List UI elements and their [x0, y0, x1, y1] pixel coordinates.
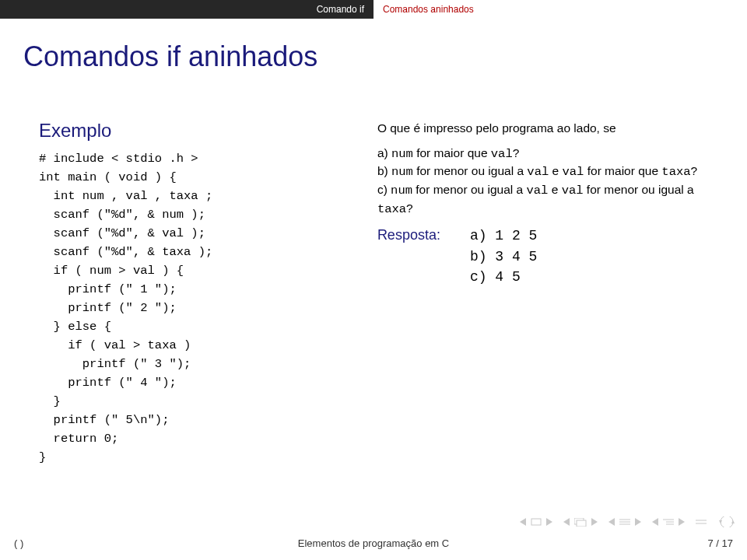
- svg-marker-20: [731, 520, 735, 523]
- svg-marker-12: [652, 518, 658, 526]
- beamer-nav-symbols: [520, 516, 736, 527]
- answer-b: b) 3 4 5: [470, 247, 537, 267]
- svg-marker-11: [635, 518, 641, 526]
- svg-rect-1: [531, 519, 541, 525]
- svg-marker-0: [520, 518, 526, 526]
- answer-c: c) 4 5: [470, 267, 537, 287]
- footer-title: Elementos de programação em C: [298, 537, 449, 549]
- section-tabs: Comando if Comandos aninhados: [0, 0, 747, 19]
- example-heading: Exemplo: [39, 120, 359, 142]
- question-a: a) num for maior que val?: [377, 145, 724, 163]
- answer-a: a) 1 2 5: [470, 226, 537, 246]
- svg-rect-5: [577, 520, 586, 527]
- code-block: # include < stdio .h > int main ( void )…: [39, 149, 359, 467]
- tab-current-section: Comando if: [0, 0, 374, 19]
- nav-slide-icon[interactable]: [520, 518, 552, 526]
- svg-marker-3: [563, 518, 570, 526]
- slide-title: Comandos if aninhados: [0, 19, 747, 73]
- svg-marker-2: [546, 518, 552, 526]
- question-intro: O que é impresso pelo programa ao lado, …: [377, 120, 724, 137]
- tab-current-subsection: Comandos aninhados: [374, 0, 747, 19]
- question-c: c) num for menor ou igual a val e val fo…: [377, 181, 724, 218]
- nav-frame-icon[interactable]: [563, 518, 598, 527]
- nav-appendix-icon[interactable]: [696, 518, 707, 526]
- svg-marker-16: [679, 518, 685, 526]
- svg-marker-6: [591, 518, 598, 526]
- nav-section-icon[interactable]: [608, 518, 641, 526]
- answers-block: Resposta: a) 1 2 5 b) 3 4 5 c) 4 5: [377, 226, 724, 286]
- nav-backforward-icon[interactable]: [717, 516, 736, 527]
- footer-page: 7 / 17: [707, 537, 733, 549]
- nav-subsection-icon[interactable]: [652, 518, 685, 526]
- footer-author: ( ): [14, 537, 23, 549]
- footer: ( ) Elementos de programação em C 7 / 17: [0, 537, 747, 549]
- resposta-label: Resposta:: [377, 226, 440, 245]
- svg-marker-7: [608, 518, 615, 526]
- question-b: b) num for menor ou igual a val e val fo…: [377, 163, 724, 181]
